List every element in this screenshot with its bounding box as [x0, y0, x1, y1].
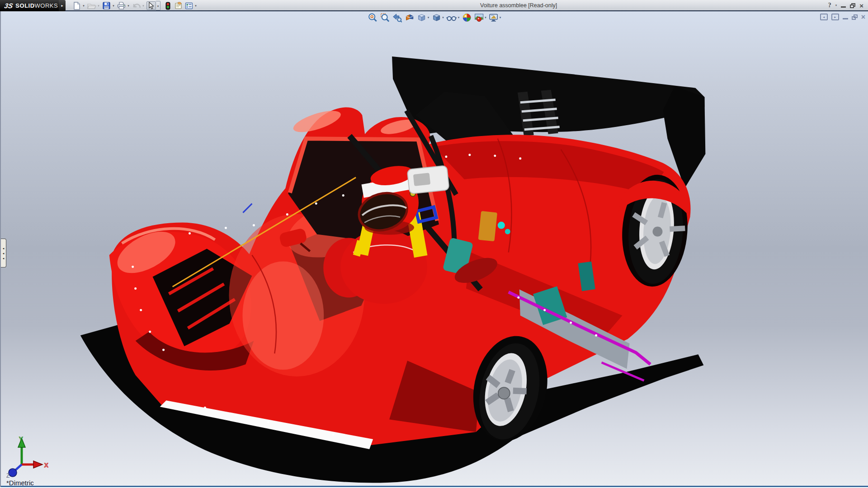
triad-x-label: X: [44, 462, 48, 469]
new-dropdown[interactable]: ▾: [81, 4, 86, 8]
open-folder-icon: [87, 1, 96, 10]
flyout-arrow-icon: ▸: [61, 4, 63, 8]
save-floppy-icon: [102, 1, 111, 10]
menu-flyout-tab[interactable]: ▸: [59, 0, 66, 11]
status-bar-edge: [1, 486, 868, 487]
undo-icon: [132, 1, 141, 10]
options-dropdown[interactable]: ▾: [193, 4, 198, 8]
help-dropdown[interactable]: ▾: [835, 4, 837, 7]
restore-button[interactable]: [850, 3, 855, 8]
collapse-arrow-icon: ◂: [3, 257, 5, 260]
select-dropdown[interactable]: ▾: [156, 1, 160, 10]
hide-show-items-dropdown[interactable]: ▾: [458, 16, 460, 19]
triad-z-label: Z: [6, 473, 9, 478]
save-dropdown[interactable]: ▾: [111, 4, 116, 8]
rear-view-mirror: [407, 165, 449, 194]
options-checklist-icon: [184, 1, 193, 10]
minimize-button[interactable]: [841, 3, 846, 8]
edit-appearance-button[interactable]: [462, 13, 472, 23]
zoom-to-fit-icon: [368, 13, 378, 23]
eyeglasses-icon: [446, 13, 457, 23]
doc-minimize-button[interactable]: [843, 15, 848, 19]
brand-name-bold: SOLID: [15, 2, 34, 9]
previous-view-icon: [392, 13, 402, 23]
new-button[interactable]: ▾: [71, 1, 86, 11]
zoom-to-area-button[interactable]: [380, 13, 390, 23]
brand-glyph-icon: 3S: [4, 2, 14, 9]
undo-button[interactable]: ▾: [131, 1, 146, 11]
new-document-icon: [72, 1, 81, 10]
view-settings-button[interactable]: ▾: [489, 13, 501, 23]
view-orientation-button[interactable]: ▾: [417, 13, 429, 23]
triad-y-label: Y: [19, 436, 23, 442]
zoom-to-area-icon: [380, 13, 390, 23]
options-button[interactable]: ▾: [184, 1, 198, 11]
zoom-to-fit-button[interactable]: [368, 13, 378, 23]
collapse-arrow-icon: ◂: [3, 247, 5, 250]
open-button[interactable]: ▾: [86, 1, 101, 11]
doc-close-button[interactable]: ×: [861, 14, 865, 20]
display-style-button[interactable]: ▾: [431, 13, 444, 23]
expand-right-icon: ▸: [834, 15, 836, 19]
display-style-icon: [431, 13, 441, 23]
title-bar: 3S SOLIDWORKS ▸ ▾ ▾ ▾ ▾: [0, 0, 868, 11]
brand-name-light: WORKS: [35, 2, 58, 9]
feature-manager-collapsed-tab[interactable]: ◂ ◂ ◂: [1, 239, 6, 267]
window-controls: ? ▾ ×: [828, 1, 863, 10]
view-settings-dropdown[interactable]: ▾: [500, 16, 501, 19]
apply-scene-dropdown[interactable]: ▾: [485, 16, 486, 19]
save-button[interactable]: ▾: [101, 1, 116, 11]
help-button[interactable]: ?: [828, 2, 831, 9]
view-orientation-dropdown[interactable]: ▾: [428, 16, 429, 19]
model-3d-view[interactable]: [1, 11, 868, 487]
main-toolbar: ▾ ▾ ▾ ▾ ▾ ▾: [71, 0, 198, 11]
graphics-area[interactable]: ▾ ▾ ▾ ▾ ▾ ◂ ▸ × ◂ ◂ ◂: [0, 11, 868, 487]
doc-restore-button[interactable]: [852, 14, 858, 20]
hide-show-items-button[interactable]: ▾: [446, 13, 460, 23]
previous-view-button[interactable]: [392, 13, 402, 23]
undo-dropdown[interactable]: ▾: [141, 4, 146, 8]
document-title: Voiture assomblee [Read-only]: [480, 2, 557, 9]
traffic-light-icon: [163, 1, 173, 10]
heads-up-view-toolbar: ▾ ▾ ▾ ▾ ▾: [368, 13, 501, 23]
collapse-left-icon: ◂: [823, 15, 825, 19]
section-view-icon: [405, 13, 415, 23]
section-view-button[interactable]: [405, 13, 415, 23]
solidworks-logo: 3S SOLIDWORKS: [0, 0, 59, 11]
collapse-arrow-icon: ◂: [3, 252, 5, 255]
apply-scene-icon: [474, 13, 484, 23]
expand-right-pane-button[interactable]: ▸: [831, 14, 839, 20]
select-button[interactable]: ▾: [146, 1, 161, 11]
view-orientation-icon: [417, 13, 427, 23]
select-cursor-icon: [146, 1, 156, 10]
collapse-left-pane-button[interactable]: ◂: [820, 14, 828, 20]
file-properties-button[interactable]: [173, 1, 184, 11]
display-style-dropdown[interactable]: ▾: [442, 16, 444, 19]
document-window-controls: ◂ ▸ ×: [820, 14, 865, 20]
open-dropdown[interactable]: ▾: [96, 4, 101, 8]
print-dropdown[interactable]: ▾: [126, 4, 131, 8]
file-properties-icon: [174, 1, 183, 10]
view-settings-icon: [489, 13, 499, 23]
reference-triad: Y X Z: [5, 435, 52, 478]
rebuild-button[interactable]: [163, 1, 173, 11]
apply-scene-button[interactable]: ▾: [474, 13, 486, 23]
print-icon: [117, 1, 126, 10]
appearance-sphere-icon: [462, 13, 472, 23]
close-button[interactable]: ×: [859, 2, 863, 9]
print-button[interactable]: ▾: [116, 1, 131, 11]
